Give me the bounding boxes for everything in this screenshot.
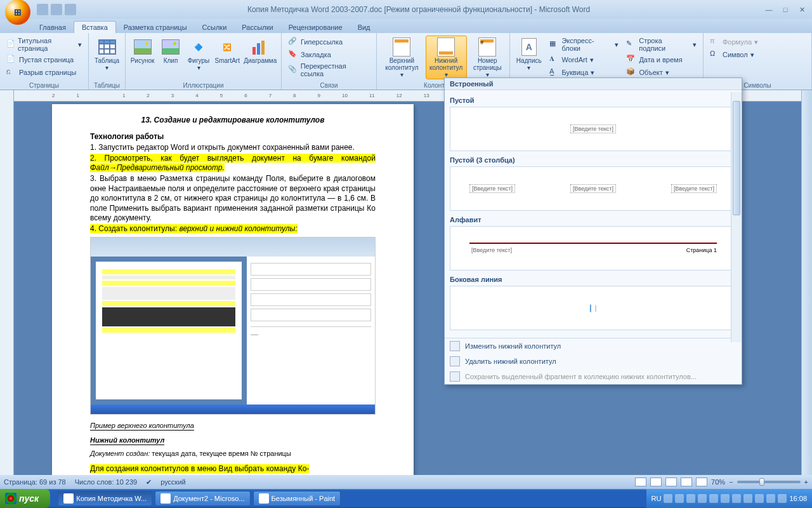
gallery-item-empty[interactable]: [Введите текст] [450, 107, 737, 151]
cover-page-button[interactable]: 📄Титульная страница ▾ [4, 36, 84, 53]
save-sel-icon [450, 371, 460, 382]
wordart-button[interactable]: 𝐀WordArt ▾ [547, 53, 622, 66]
shapes-icon: 🔷 [188, 37, 209, 57]
zoom-out[interactable]: − [729, 478, 733, 486]
tray-icon[interactable] [698, 494, 707, 503]
tab-insert[interactable]: Вставка [74, 21, 116, 33]
minimize-button[interactable]: — [761, 4, 776, 15]
bookmark-button[interactable]: 🔖Закладка [285, 48, 372, 61]
tab-view[interactable]: Вид [350, 22, 378, 33]
group-label-links: Связи [282, 82, 376, 89]
status-words[interactable]: Число слов: 10 239 [75, 478, 137, 486]
date-icon: 📅 [626, 55, 636, 65]
tray-icon[interactable] [675, 494, 684, 503]
object-button[interactable]: 📦Объект ▾ [624, 66, 699, 79]
view-draft[interactable] [696, 478, 707, 486]
zoom-in[interactable]: + [804, 478, 808, 486]
tray-icon[interactable] [686, 494, 695, 503]
tray-icon[interactable] [778, 494, 787, 503]
page-number-button[interactable]: Номер страницы ▾ [469, 36, 506, 79]
picture-button[interactable]: Рисунок [129, 36, 155, 65]
task-item-word1[interactable]: Копия Методичка W... [58, 491, 152, 506]
undo-icon[interactable] [51, 4, 62, 15]
chart-button[interactable]: Диаграмма [244, 36, 278, 65]
gallery-scrollbar[interactable] [731, 92, 742, 342]
tray-icon[interactable] [766, 494, 775, 503]
document-page[interactable]: 13. Создание и редактирование колонтитул… [52, 104, 414, 475]
delete-footer-menu[interactable]: Удалить нижний колонтитул [445, 354, 742, 369]
clock[interactable]: 16:08 [789, 495, 807, 502]
task-item-paint[interactable]: Безымянный - Paint [253, 491, 341, 506]
doc-p3: 3. Выбрав в меню Разметка страницы коман… [90, 174, 376, 224]
table-button[interactable]: Таблица▾ [93, 36, 121, 72]
clip-button[interactable]: Клип [158, 36, 183, 65]
redo-icon[interactable] [65, 4, 76, 15]
tab-layout[interactable]: Разметка страницы [116, 22, 195, 33]
save-icon[interactable] [37, 4, 48, 15]
tab-review[interactable]: Рецензирование [281, 22, 350, 33]
view-print-layout[interactable] [635, 478, 646, 486]
clip-icon [160, 37, 181, 57]
tab-references[interactable]: Ссылки [195, 22, 235, 33]
equation-button[interactable]: πФормула ▾ [707, 36, 761, 48]
signature-button[interactable]: ✎Строка подписи ▾ [624, 36, 699, 53]
tray-icon[interactable] [721, 494, 730, 503]
omega-icon: Ω [710, 50, 720, 60]
tray-icon[interactable] [743, 494, 752, 503]
gallery-item-alpha[interactable]: [Введите текст] Страница 1 [450, 226, 737, 271]
datetime-button[interactable]: 📅Дата и время [624, 53, 699, 66]
edit-footer-menu[interactable]: Изменить нижний колонтитул [445, 338, 742, 354]
gallery-cat-alpha: Алфавит [450, 216, 737, 224]
view-fullscreen[interactable] [650, 478, 662, 486]
bookmark-icon: 🔖 [288, 50, 298, 60]
language-indicator[interactable]: RU [652, 495, 662, 502]
tray-icon[interactable] [709, 494, 718, 503]
status-page[interactable]: Страница: 69 из 78 [4, 478, 66, 486]
tray-icon[interactable] [755, 494, 764, 503]
shapes-button[interactable]: 🔷Фигуры▾ [186, 36, 211, 72]
view-web[interactable] [665, 478, 677, 486]
crossref-button[interactable]: 📎Перекрестная ссылка [285, 61, 372, 79]
save-footer-menu: Сохранить выделенный фрагмент в коллекци… [445, 369, 742, 384]
header-button[interactable]: Верхний колонтитул ▾ [381, 36, 423, 79]
blank-page-button[interactable]: 📄Пустая страница [4, 53, 84, 66]
zoom-slider[interactable] [737, 481, 801, 483]
gallery-cat-side: Боковая линия [450, 276, 737, 283]
formula-icon: π [710, 37, 720, 47]
symbol-button[interactable]: ΩСимвол ▾ [707, 48, 761, 61]
maximize-button[interactable]: □ [778, 4, 793, 15]
pagenum-icon [477, 37, 497, 57]
table-icon [97, 37, 117, 57]
doc-heading: 13. Создание и редактирование колонтитул… [90, 116, 376, 126]
hyperlink-button[interactable]: 🔗Гиперссылка [285, 36, 372, 48]
status-lang[interactable]: русский [160, 478, 185, 486]
vertical-ruler[interactable] [0, 90, 14, 475]
tray-icon[interactable] [732, 494, 741, 503]
page-icon: 📄 [6, 55, 16, 65]
tab-home[interactable]: Главная [32, 22, 74, 33]
doc-subheading: Технология работы [90, 132, 376, 142]
tray-icon[interactable] [664, 494, 672, 503]
caption-1: Пример верхнего колонтитула [90, 421, 194, 431]
status-proofing-icon[interactable]: ✔ [146, 478, 152, 486]
page-break-button[interactable]: ⎌Разрыв страницы [4, 66, 84, 79]
view-outline[interactable] [681, 478, 692, 486]
zoom-level[interactable]: 70% [711, 478, 725, 486]
word-icon [160, 493, 171, 504]
smartart-button[interactable]: 🔀SmartArt [214, 36, 241, 65]
quickparts-button[interactable]: ▦Экспресс-блоки ▾ [547, 36, 622, 53]
close-button[interactable]: ✕ [794, 4, 809, 15]
office-button[interactable]: ⊞ [5, 0, 30, 25]
task-item-word2[interactable]: Документ2 - Microso... [155, 491, 250, 506]
tab-mailings[interactable]: Рассылки [234, 22, 280, 33]
textbox-button[interactable]: AНадпись▾ [514, 36, 544, 72]
dropcap-button[interactable]: A̲Буквица ▾ [547, 66, 622, 79]
footer-button[interactable]: Нижний колонтитул ▾ [426, 36, 467, 79]
vertical-scrollbar[interactable] [801, 90, 812, 475]
gallery-item-3col[interactable]: [Введите текст] [Введите текст] [Введите… [450, 166, 737, 211]
gallery-header: Встроенный [445, 78, 742, 90]
start-button[interactable]: пуск [0, 489, 50, 508]
textbox-icon: A [519, 37, 539, 57]
gallery-item-side[interactable]: ▎| [450, 286, 737, 330]
word-icon [63, 493, 74, 504]
